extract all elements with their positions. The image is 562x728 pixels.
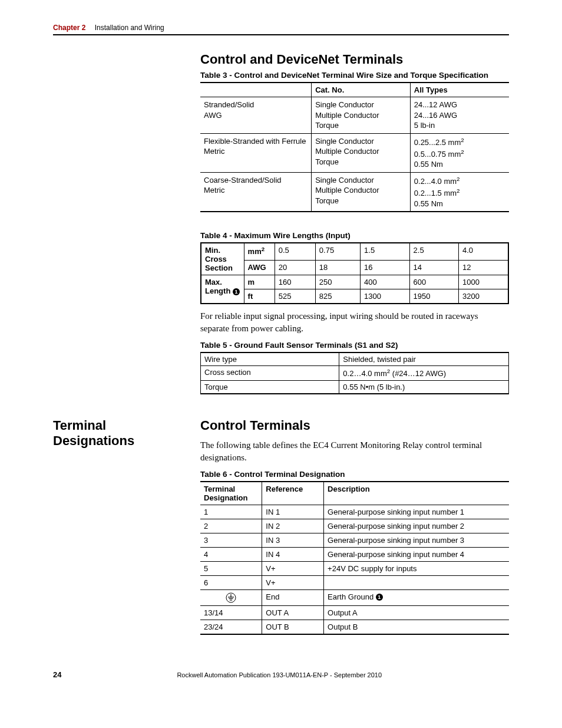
t4-rh2: Max. Length (205, 278, 233, 295)
t4-ft1: 825 (315, 289, 360, 304)
t3-r1c3b: 24...16 AWG (414, 111, 457, 120)
t6-cell-b: IN 1 (262, 505, 324, 519)
t4-ft3: 1950 (409, 289, 458, 304)
t4-ft4: 3200 (459, 289, 508, 304)
t4-c4: 4.0 (459, 243, 508, 260)
side-heading-terminal-designations: Terminal Designations (53, 418, 189, 449)
table5-caption: Table 5 - Ground Fault Sensor Terminals … (200, 341, 509, 350)
t6-cell-a: 3 (200, 533, 262, 547)
t6-cell-a: 6 (200, 575, 262, 589)
t6-cell-c: +24V DC supply for inputs (324, 561, 509, 575)
chapter-label: Chapter 2 (53, 24, 85, 32)
table4-caption: Table 4 - Maximum Wire Lengths (Input) (200, 231, 509, 240)
t4-awg4: 12 (459, 260, 508, 275)
t6-cell-a: 13/14 (200, 605, 262, 620)
t6-cell-c (324, 575, 509, 589)
t4-u4: ft (248, 292, 253, 301)
t5-r2b-post: (#24…12 AWG) (390, 370, 446, 378)
t6-h2: Reference (266, 485, 303, 493)
t4-awg1: 18 (315, 260, 360, 275)
t6-cell-c: Output A (324, 605, 509, 620)
t6-cell-a: 4 (200, 547, 262, 561)
note-1-icon: 1 (376, 594, 383, 601)
t5-r1b: Shielded, twisted pair (343, 355, 416, 364)
t6-cell-b: IN 3 (262, 533, 324, 547)
t3-r2c3c: 0.55 Nm (414, 160, 443, 169)
chapter-title: Installation and Wiring (95, 24, 164, 32)
t3-r2c1a: Flexible-Stranded with Ferrule (204, 137, 306, 146)
t3-r3c3c: 0.55 Nm (414, 199, 443, 208)
t3-r3c2c: Torque (315, 196, 339, 205)
t3-r1c3c: 5 lb-in (414, 121, 435, 130)
t6-cell-b: OUT B (262, 620, 324, 634)
page-number: 24 (53, 670, 61, 679)
t3-r2c2b: Multiple Conductor (315, 147, 379, 156)
t3-r1c3a: 24...12 AWG (414, 100, 457, 109)
t5-r1a: Wire type (204, 355, 237, 364)
paragraph-control-terminals: The following table defines the EC4 Curr… (200, 439, 509, 464)
table4: Min. Cross Section mm2 0.5 0.75 1.5 2.5 … (200, 242, 509, 304)
t3-h-all: All Types (414, 85, 448, 94)
t3-r1c2c: Torque (315, 121, 339, 130)
t6-cell-b: End (262, 589, 324, 605)
t4-m0: 160 (275, 275, 315, 289)
section-control-devicenet: Control and DeviceNet Terminals Table 3 … (53, 52, 509, 394)
t3-r2c3a: 0.25...2.5 mm (414, 138, 461, 147)
t4-c2: 1.5 (361, 243, 409, 260)
section-terminal-designations: Terminal Designations Control Terminals … (53, 418, 509, 635)
t3-r3c3a: 0.2...4.0 mm (414, 177, 457, 186)
t3-r1c2b: Multiple Conductor (315, 111, 379, 120)
t3-r3c1a: Coarse-Stranded/Solid (204, 176, 282, 185)
t4-rh1: Min. Cross Section (205, 246, 233, 272)
table6-caption: Table 6 - Control Terminal Designation (200, 470, 509, 479)
paragraph-input-wiring: For reliable input signal processing, in… (200, 310, 509, 335)
t3-r3c2b: Multiple Conductor (315, 186, 379, 195)
t3-r2c1b: Metric (204, 147, 224, 156)
t5-r2a: Cross section (204, 368, 251, 377)
page-footer: 24 Rockwell Automation Publication 193-U… (53, 670, 509, 679)
t4-m2: 400 (361, 275, 409, 289)
table3: Cat. No. All Types Stranded/Solid AWG Si… (200, 82, 509, 212)
t3-r2c2a: Single Conductor (315, 137, 374, 146)
t3-h-cat: Cat. No. (315, 85, 344, 94)
t6-cell-c: General-purpose sinking input number 4 (324, 547, 509, 561)
t6-cell-b: V+ (262, 561, 324, 575)
t4-awg2: 16 (361, 260, 409, 275)
t4-ft0: 525 (275, 289, 315, 304)
t3-r1c2a: Single Conductor (315, 100, 374, 109)
t3-r1c1a: Stranded/Solid (204, 100, 254, 109)
t5-r3b: 0.55 N•m (5 lb-in.) (343, 383, 405, 391)
t4-awg0: 20 (275, 260, 315, 275)
t4-c0: 0.5 (275, 243, 315, 260)
t6-cell-a: 23/24 (200, 620, 262, 634)
t6-cell-c: General-purpose sinking input number 3 (324, 533, 509, 547)
note-1-icon: 1 (233, 288, 240, 295)
t3-r1c1b: AWG (204, 111, 222, 120)
t3-r3c2a: Single Conductor (315, 176, 374, 185)
table6: Terminal Designation Reference Descripti… (200, 481, 509, 635)
t4-u3: m (248, 278, 255, 286)
t4-c1: 0.75 (315, 243, 360, 260)
t3-r3c3b: 0.2...1.5 mm (414, 189, 457, 197)
t3-r2c3b: 0.5...0.75 mm (414, 150, 461, 159)
t6-cell-a: 2 (200, 519, 262, 533)
earth-ground-icon (226, 592, 236, 603)
t4-m3: 600 (409, 275, 458, 289)
table5: Wire type Shielded, twisted pair Cross s… (200, 352, 509, 394)
t6-h1: Terminal Designation (204, 485, 247, 502)
t5-r2b-pre: 0.2…4.0 mm (343, 370, 386, 378)
t3-r3c1b: Metric (204, 186, 224, 195)
t6-cell-b: V+ (262, 575, 324, 589)
t6-cell-b: IN 2 (262, 519, 324, 533)
t6-cell-a (200, 589, 262, 605)
t6-cell-c: Earth Ground 1 (324, 589, 509, 605)
t6-cell-a: 5 (200, 561, 262, 575)
t6-h3: Description (328, 485, 370, 493)
t6-cell-c: Output B (324, 620, 509, 634)
t4-c3: 2.5 (409, 243, 458, 260)
t6-cell-b: OUT A (262, 605, 324, 620)
t6-cell-a: 1 (200, 505, 262, 519)
t5-r3a: Torque (204, 383, 228, 391)
t3-r2c2c: Torque (315, 157, 339, 166)
t4-m4: 1000 (459, 275, 508, 289)
